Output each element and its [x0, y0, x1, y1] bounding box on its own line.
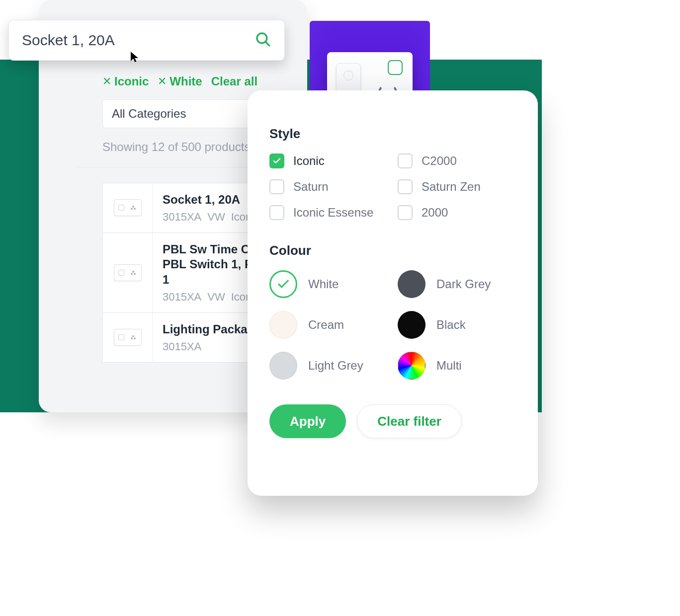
colour-label: Multi — [436, 359, 462, 373]
colour-option[interactable]: Black — [398, 311, 516, 339]
style-checkbox[interactable]: Iconic — [269, 154, 388, 168]
clear-filter-button[interactable]: Clear filter — [357, 404, 462, 438]
outlet-icon — [114, 329, 142, 346]
product-meta: 3015XA VW Iconic — [163, 211, 259, 224]
colour-option[interactable]: White — [269, 270, 388, 298]
colour-swatch — [269, 311, 297, 339]
colour-option[interactable]: Dark Grey — [398, 270, 516, 298]
colour-label: Light Grey — [308, 359, 363, 373]
colour-option[interactable]: Light Grey — [269, 352, 388, 380]
checkbox-label: Saturn Zen — [422, 180, 481, 194]
remove-chip-icon: ✕ — [158, 75, 167, 88]
product-colour: VW — [207, 291, 225, 304]
colour-swatch — [398, 270, 425, 298]
colour-option[interactable]: Cream — [269, 311, 388, 339]
checkbox-label: Iconic — [293, 154, 325, 168]
outlet-icon — [114, 264, 142, 281]
category-select-label: All Categories — [112, 107, 186, 121]
style-checkbox[interactable]: C2000 — [398, 154, 516, 168]
checkbox-icon — [398, 179, 413, 194]
filter-chip-iconic[interactable]: ✕ Iconic — [102, 75, 149, 88]
outlet-icon — [114, 199, 142, 216]
style-checkbox[interactable]: 2000 — [398, 205, 516, 220]
product-colour: VW — [207, 211, 225, 224]
clear-all-filters[interactable]: Clear all — [211, 75, 257, 88]
checkbox-icon — [398, 205, 413, 220]
results-summary: Showing 12 of 500 products — [102, 140, 251, 154]
product-meta: 3015XA — [163, 340, 261, 353]
product-title: Socket 1, 20A — [163, 192, 259, 208]
colour-swatch — [398, 352, 425, 380]
checkbox-icon — [269, 205, 284, 220]
style-checkbox[interactable]: Saturn — [269, 179, 388, 194]
colour-swatch — [269, 352, 297, 380]
filter-chip-white[interactable]: ✕ White — [158, 75, 202, 88]
product-title: Lighting Package — [163, 322, 261, 337]
checkbox-label: Saturn — [293, 180, 329, 194]
colour-option[interactable]: Multi — [398, 352, 516, 380]
filter-panel: Style IconicC2000SaturnSaturn ZenIconic … — [248, 90, 538, 496]
active-filter-chips: ✕ Iconic ✕ White Clear all — [102, 75, 257, 88]
product-sku: 3015XA — [163, 340, 201, 353]
colour-swatch — [269, 270, 297, 298]
style-heading: Style — [269, 126, 516, 142]
colour-label: White — [308, 277, 339, 291]
colour-label: Black — [436, 318, 466, 332]
product-thumbnail — [103, 183, 153, 232]
colour-swatch — [398, 311, 425, 339]
style-checkbox[interactable]: Saturn Zen — [398, 179, 516, 194]
product-sku: 3015XA — [163, 211, 201, 224]
checkbox-icon — [269, 154, 284, 168]
colour-heading: Colour — [269, 243, 516, 258]
chip-label: White — [170, 75, 202, 88]
product-sku: 3015XA — [163, 291, 201, 304]
style-checkbox[interactable]: Iconic Essense — [269, 205, 388, 220]
search-bar[interactable] — [8, 20, 285, 61]
chip-label: Iconic — [114, 75, 149, 88]
svg-line-1 — [265, 42, 269, 45]
remove-chip-icon: ✕ — [102, 75, 111, 88]
product-thumbnail — [103, 233, 153, 312]
apply-button[interactable]: Apply — [269, 404, 346, 438]
checkbox-label: Iconic Essense — [293, 206, 373, 220]
colour-label: Dark Grey — [436, 277, 491, 291]
checkbox-label: 2000 — [422, 206, 448, 220]
search-input[interactable] — [22, 32, 255, 49]
checkbox-icon — [398, 154, 413, 168]
colour-label: Cream — [308, 318, 344, 332]
product-thumbnail — [103, 313, 153, 362]
cursor-icon — [130, 51, 140, 65]
search-icon[interactable] — [255, 31, 271, 50]
checkbox-icon — [269, 179, 284, 194]
checkbox-label: C2000 — [422, 154, 457, 168]
